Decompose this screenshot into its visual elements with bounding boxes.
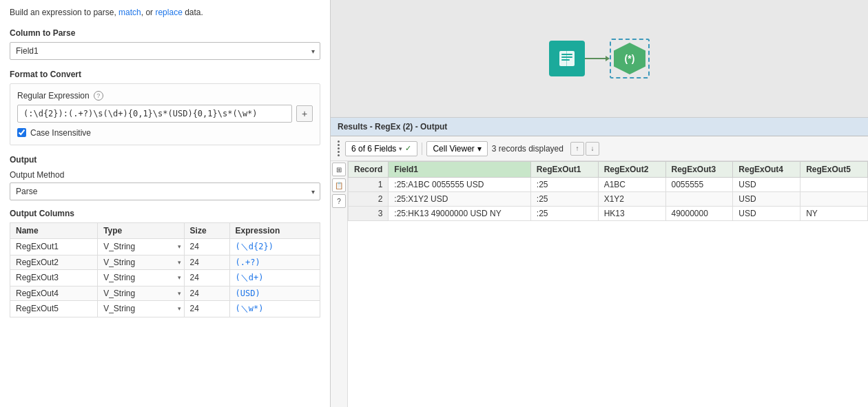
- result-out2-0: A1BC: [598, 178, 665, 192]
- connector-line: [585, 58, 606, 59]
- result-field1-0: :25:A1BC 0055555 USD: [389, 178, 531, 192]
- toolbar-dots[interactable]: [336, 139, 341, 158]
- out-col-type-1[interactable]: V_String: [98, 255, 184, 269]
- right-panel: (*) Results - RegEx (2) - Output 6 of 6 …: [331, 0, 868, 407]
- fields-dropdown[interactable]: 6 of 6 Fields ▾ ✓: [345, 141, 417, 156]
- nav-up-button[interactable]: ↑: [570, 142, 584, 156]
- fields-label: 6 of 6 Fields: [351, 144, 396, 154]
- out-col-size-0: 24: [184, 238, 229, 255]
- canvas-area: (*): [331, 0, 868, 117]
- out-col-type-4[interactable]: V_String: [98, 300, 184, 317]
- out-col-type-select-4[interactable]: V_String: [103, 304, 145, 313]
- result-out4-1: USD: [733, 192, 800, 207]
- results-col-header-out3: RegExOut3: [665, 162, 733, 178]
- output-col-row: RegExOut2 V_String 24 (.+?): [10, 255, 320, 269]
- side-help-button[interactable]: ?: [332, 194, 346, 208]
- output-col-row: RegExOut1 V_String 24 (＼d{2}): [10, 238, 320, 255]
- side-grid-button[interactable]: ⊞: [332, 163, 346, 176]
- out-col-name-0: RegExOut1: [10, 238, 98, 255]
- out-col-type-select-0[interactable]: V_String: [103, 242, 145, 251]
- regex-node-wrapper[interactable]: (*): [610, 39, 650, 79]
- dot4: [338, 151, 340, 153]
- output-method-select[interactable]: Parse Match Replace: [10, 182, 320, 200]
- result-record-1: 2: [349, 192, 389, 207]
- out-col-type-2[interactable]: V_String: [98, 269, 184, 286]
- result-out5-1: [800, 192, 868, 207]
- results-table-row: 1 :25:A1BC 0055555 USD :25 A1BC 0055555 …: [349, 178, 868, 192]
- dot5: [338, 154, 340, 156]
- out-col-type-3[interactable]: V_String: [98, 286, 184, 300]
- output-col-row: RegExOut5 V_String 24 (＼w*): [10, 300, 320, 317]
- intro-text: Build an expression to parse, match, or …: [10, 7, 320, 19]
- col-header-size: Size: [184, 222, 229, 238]
- connector: [585, 56, 610, 61]
- results-table-row: 2 :25:X1Y2 USD :25 X1Y2 USD: [349, 192, 868, 207]
- result-out2-2: HK13: [598, 207, 665, 221]
- results-content: ⊞ 📋 ? Record Field1 RegExOut1 RegExOut2 …: [331, 161, 868, 407]
- column-to-parse-select[interactable]: Field1 Field2 Field3: [10, 42, 320, 60]
- fields-dropdown-arrow: ▾: [399, 145, 402, 152]
- nav-arrows: ↑ ↓: [570, 142, 599, 156]
- book-icon: [557, 48, 577, 69]
- out-col-expr-4: (＼w*): [229, 300, 320, 317]
- results-table-wrapper: Record Field1 RegExOut1 RegExOut2 RegExO…: [348, 161, 868, 407]
- col-header-expression: Expression: [229, 222, 320, 238]
- col-header-name: Name: [10, 222, 98, 238]
- regex-label-row: Regular Expression ?: [17, 91, 313, 101]
- regex-label: Regular Expression: [17, 91, 90, 101]
- output-col-row: RegExOut4 V_String 24 (USD): [10, 286, 320, 300]
- out-col-expr-2: (＼d+): [229, 269, 320, 286]
- regex-input[interactable]: [17, 105, 292, 123]
- regex-node-label: (*): [625, 53, 635, 64]
- result-out5-2: NY: [800, 207, 868, 221]
- workflow-nodes: (*): [549, 39, 650, 79]
- results-col-header-out4: RegExOut4: [733, 162, 800, 178]
- result-out1-1: :25: [530, 192, 598, 207]
- out-col-expr-0: (＼d{2}): [229, 238, 320, 255]
- dot2: [338, 144, 340, 146]
- results-header: Results - RegEx (2) - Output: [331, 118, 868, 136]
- output-method-label: Output Method: [10, 170, 320, 180]
- side-note-button[interactable]: 📋: [332, 178, 346, 192]
- fields-check-icon: ✓: [405, 144, 411, 153]
- out-col-size-2: 24: [184, 269, 229, 286]
- cell-viewer-label: Cell Viewer: [433, 144, 474, 154]
- regex-help-icon[interactable]: ?: [94, 91, 103, 101]
- results-col-header-field1: Field1: [389, 162, 531, 178]
- svg-rect-4: [566, 51, 567, 66]
- out-col-size-3: 24: [184, 286, 229, 300]
- case-insensitive-label[interactable]: Case Insensitive: [30, 128, 91, 138]
- results-col-header-out2: RegExOut2: [598, 162, 665, 178]
- left-panel: Build an expression to parse, match, or …: [0, 0, 331, 407]
- book-node[interactable]: [549, 41, 585, 76]
- toolbar-divider-1: [422, 143, 422, 155]
- nav-down-button[interactable]: ↓: [586, 142, 599, 156]
- case-insensitive-checkbox[interactable]: [17, 128, 26, 137]
- results-table-row: 3 :25:HK13 49000000 USD NY :25 HK13 4900…: [349, 207, 868, 221]
- output-method-section: Output Method Parse Match Replace ▾: [10, 170, 320, 200]
- regex-plus-button[interactable]: +: [296, 105, 313, 122]
- out-col-name-4: RegExOut5: [10, 300, 98, 317]
- results-col-header-out1: RegExOut1: [530, 162, 598, 178]
- records-displayed-text: 3 records displayed: [492, 144, 564, 154]
- out-col-expr-1: (.+?): [229, 255, 320, 269]
- result-out4-0: USD: [733, 178, 800, 192]
- dot1: [338, 140, 340, 143]
- results-col-header-record: Record: [349, 162, 389, 178]
- results-table: Record Field1 RegExOut1 RegExOut2 RegExO…: [348, 161, 868, 221]
- replace-link[interactable]: replace: [155, 8, 182, 17]
- cell-viewer-button[interactable]: Cell Viewer ▾: [426, 141, 487, 156]
- out-col-type-0[interactable]: V_String: [98, 238, 184, 255]
- out-col-type-select-2[interactable]: V_String: [103, 273, 145, 282]
- out-col-size-4: 24: [184, 300, 229, 317]
- column-to-parse-label: Column to Parse: [10, 28, 320, 38]
- out-col-type-select-1[interactable]: V_String: [103, 258, 145, 267]
- result-out4-2: USD: [733, 207, 800, 221]
- out-col-type-select-3[interactable]: V_String: [103, 289, 145, 298]
- match-link[interactable]: match: [118, 8, 141, 17]
- result-field1-2: :25:HK13 49000000 USD NY: [389, 207, 531, 221]
- result-out3-1: [665, 192, 733, 207]
- output-section: Output Output Method Parse Match Replace…: [10, 155, 320, 317]
- results-toolbar: 6 of 6 Fields ▾ ✓ Cell Viewer ▾ 3 record…: [331, 136, 868, 161]
- result-record-2: 3: [349, 207, 389, 221]
